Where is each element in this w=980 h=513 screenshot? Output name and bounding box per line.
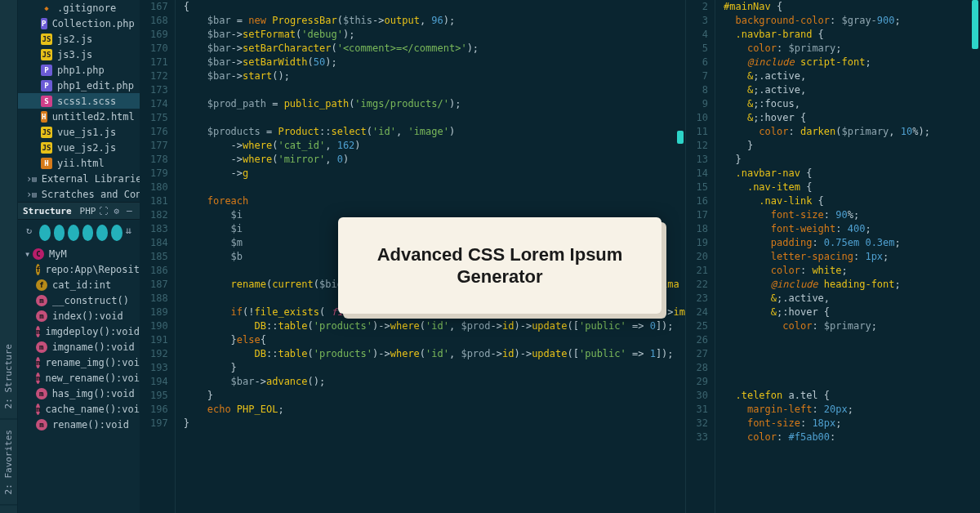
- tree-row[interactable]: ›▤Scratches and Consoles: [18, 186, 140, 202]
- file-row[interactable]: Huntitled2.html: [18, 109, 140, 124]
- js-file-icon: JS: [41, 127, 52, 138]
- filter-dot[interactable]: [111, 225, 122, 241]
- structure-member[interactable]: mhas_img():void: [18, 386, 140, 401]
- overlay-card: Advanced CSS Lorem Ipsum Generator: [338, 217, 662, 314]
- filter-dot[interactable]: [39, 225, 51, 241]
- left-tool-gutter: 2: Structure 2: Favorites: [0, 0, 18, 513]
- structure-member[interactable]: mrename_img():void: [18, 355, 140, 370]
- method-icon: m: [36, 341, 47, 353]
- php-file-icon: P: [41, 18, 47, 29]
- method-icon: m: [36, 419, 47, 430]
- structure-filter-toolbar: ↻ ⇊: [18, 220, 140, 246]
- file-label: php1.php: [57, 65, 105, 76]
- structure-member[interactable]: frepo:App\Repositories\ProductRepo: [18, 261, 140, 277]
- project-file-list: ◆.gitignorePCollection.phpJSjs2.jsJSjs3.…: [18, 0, 140, 171]
- member-label: __construct(): [52, 295, 129, 306]
- expand-icon[interactable]: ⛶: [98, 205, 109, 216]
- structure-member[interactable]: m__construct(): [18, 292, 140, 308]
- collapse-icon[interactable]: ⇊: [126, 225, 131, 241]
- file-row[interactable]: ◆.gitignore: [18, 0, 140, 16]
- method-icon: m: [36, 388, 47, 399]
- file-label: js3.js: [57, 49, 92, 60]
- git-file-icon: ◆: [41, 2, 52, 14]
- file-row[interactable]: Pphp1_edit.php: [18, 78, 140, 93]
- file-row[interactable]: Hyii.html: [18, 155, 140, 171]
- line-gutter-right: 2345678910111213141516171819202122232425…: [686, 0, 715, 513]
- file-row[interactable]: JSvue_js1.js: [18, 124, 140, 140]
- method-icon: m: [36, 372, 40, 384]
- structure-member[interactable]: mindex():void: [18, 308, 140, 323]
- structure-tree: ▾ C MyM frepo:App\Repositories\ProductRe…: [18, 246, 140, 513]
- minimize-icon[interactable]: ─: [124, 205, 135, 216]
- member-label: has_img():void: [52, 388, 135, 399]
- structure-member[interactable]: mnew_rename():void: [18, 370, 140, 386]
- gutter-tab-favorites[interactable]: 2: Favorites: [0, 420, 17, 505]
- field-icon: f: [36, 279, 47, 291]
- filter-dot[interactable]: [54, 225, 65, 241]
- member-label: imgname():void: [52, 341, 135, 353]
- structure-panel-header: Structure PHP ⛶ ⚙ ─: [18, 202, 140, 220]
- file-row[interactable]: PCollection.php: [18, 16, 140, 31]
- html-file-icon: H: [41, 111, 47, 123]
- scrollbar-right[interactable]: [972, 0, 978, 513]
- file-label: scss1.scss: [57, 96, 116, 107]
- structure-member[interactable]: mrename():void: [18, 417, 140, 432]
- member-label: new_rename():void: [45, 372, 139, 384]
- scrollbar-left[interactable]: [677, 0, 684, 513]
- structure-member[interactable]: fcat_id:int: [18, 277, 140, 292]
- file-row[interactable]: Pphp1.php: [18, 62, 140, 78]
- php-file-icon: P: [41, 80, 52, 91]
- js-file-icon: JS: [41, 33, 52, 45]
- file-label: vue_js1.js: [57, 127, 116, 138]
- code-right[interactable]: #mainNav { background-color: $gray-900; …: [715, 0, 980, 513]
- js-file-icon: JS: [41, 49, 52, 60]
- tree-label: Scratches and Consoles: [42, 189, 140, 200]
- overlay-title: Advanced CSS Lorem Ipsum Generator: [361, 243, 639, 288]
- html-file-icon: H: [41, 158, 52, 169]
- file-label: vue_js2.js: [57, 142, 116, 154]
- structure-member[interactable]: mimgdeploy():void: [18, 323, 140, 339]
- scss-file-icon: S: [41, 96, 52, 107]
- member-label: repo:App\Repositories\ProductRepo: [45, 264, 139, 275]
- file-label: .gitignore: [57, 2, 116, 14]
- file-row[interactable]: JSjs3.js: [18, 47, 140, 62]
- php-file-icon: P: [41, 65, 52, 76]
- file-label: untitled2.html: [52, 111, 135, 123]
- structure-member[interactable]: mcache_name():void: [18, 401, 140, 417]
- structure-root[interactable]: ▾ C MyM: [18, 246, 140, 261]
- method-icon: m: [36, 326, 40, 337]
- field-icon: f: [36, 264, 40, 275]
- tree-row[interactable]: ›▤External Libraries: [18, 171, 140, 186]
- filter-dot[interactable]: [82, 225, 94, 241]
- member-label: imgdeploy():void: [45, 326, 139, 337]
- member-label: cat_id:int: [52, 279, 111, 291]
- js-file-icon: JS: [41, 142, 52, 154]
- tree-label: External Libraries: [42, 173, 140, 185]
- method-icon: m: [36, 357, 40, 368]
- file-label: php1_edit.php: [57, 80, 134, 91]
- gear-icon[interactable]: ⚙: [111, 205, 122, 216]
- editor-pane-scss[interactable]: 2345678910111213141516171819202122232425…: [686, 0, 980, 513]
- filter-dot[interactable]: [96, 225, 108, 241]
- gutter-tab-structure[interactable]: 2: Structure: [0, 334, 17, 419]
- file-label: yii.html: [57, 158, 105, 169]
- structure-member[interactable]: mimgname():void: [18, 339, 140, 355]
- filter-dot[interactable]: [68, 225, 79, 241]
- file-label: Collection.php: [52, 18, 135, 29]
- sidebar: ◆.gitignorePCollection.phpJSjs2.jsJSjs3.…: [18, 0, 140, 513]
- member-label: rename():void: [52, 419, 129, 430]
- member-label: index():void: [52, 310, 123, 322]
- php-tab[interactable]: PHP: [80, 206, 96, 216]
- structure-tab[interactable]: Structure: [23, 206, 72, 216]
- file-row[interactable]: JSjs2.js: [18, 31, 140, 47]
- method-icon: m: [36, 404, 40, 415]
- file-row[interactable]: JSvue_js2.js: [18, 140, 140, 155]
- refresh-icon[interactable]: ↻: [26, 225, 36, 241]
- method-icon: m: [36, 295, 47, 306]
- member-label: cache_name():void: [45, 404, 139, 415]
- file-row[interactable]: Sscss1.scss: [18, 93, 140, 109]
- file-label: js2.js: [57, 33, 92, 45]
- member-label: rename_img():void: [45, 357, 139, 368]
- line-gutter-left: 1671681691701711721731741751761771781791…: [140, 0, 176, 513]
- method-icon: m: [36, 310, 47, 322]
